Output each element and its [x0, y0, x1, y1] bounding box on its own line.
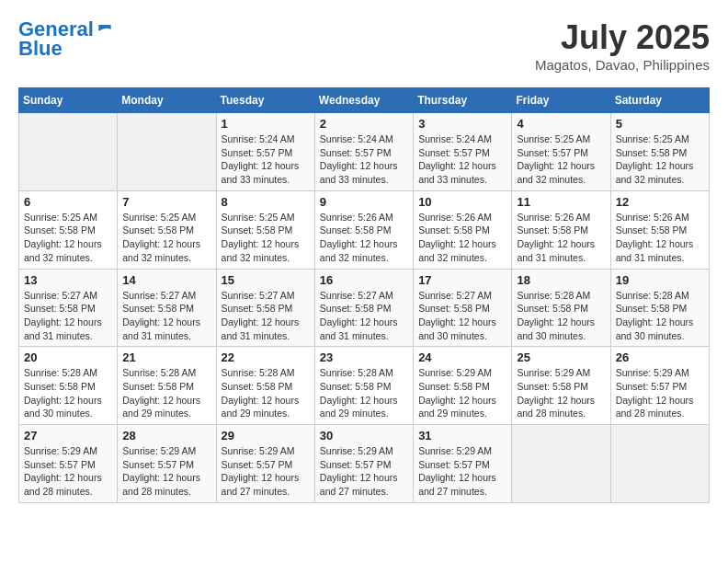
day-info: Sunrise: 5:28 AMSunset: 5:58 PMDaylight:… — [24, 366, 112, 420]
calendar-week-row: 27Sunrise: 5:29 AMSunset: 5:57 PMDayligh… — [19, 425, 710, 503]
day-info: Sunrise: 5:28 AMSunset: 5:58 PMDaylight:… — [616, 289, 704, 343]
day-number: 25 — [517, 350, 605, 364]
calendar-cell: 18Sunrise: 5:28 AMSunset: 5:58 PMDayligh… — [512, 269, 610, 347]
calendar-cell: 4Sunrise: 5:25 AMSunset: 5:57 PMDaylight… — [512, 113, 610, 191]
day-number: 17 — [418, 273, 506, 287]
calendar-cell: 24Sunrise: 5:29 AMSunset: 5:58 PMDayligh… — [414, 347, 512, 425]
calendar-week-row: 1Sunrise: 5:24 AMSunset: 5:57 PMDaylight… — [19, 113, 710, 191]
day-info: Sunrise: 5:29 AMSunset: 5:57 PMDaylight:… — [24, 444, 112, 499]
weekday-header: Friday — [512, 88, 610, 113]
calendar-cell: 9Sunrise: 5:26 AMSunset: 5:58 PMDaylight… — [314, 190, 413, 269]
day-info: Sunrise: 5:29 AMSunset: 5:57 PMDaylight:… — [122, 444, 210, 499]
day-info: Sunrise: 5:24 AMSunset: 5:57 PMDaylight:… — [418, 132, 506, 187]
calendar-cell — [610, 425, 709, 503]
calendar-cell: 8Sunrise: 5:25 AMSunset: 5:58 PMDaylight… — [216, 190, 314, 269]
logo: General Blue — [18, 18, 114, 61]
day-number: 6 — [24, 195, 112, 209]
day-info: Sunrise: 5:29 AMSunset: 5:57 PMDaylight:… — [418, 444, 506, 499]
day-info: Sunrise: 5:29 AMSunset: 5:57 PMDaylight:… — [320, 444, 408, 499]
day-info: Sunrise: 5:25 AMSunset: 5:58 PMDaylight:… — [616, 132, 704, 187]
day-info: Sunrise: 5:25 AMSunset: 5:58 PMDaylight:… — [122, 211, 210, 265]
day-number: 10 — [418, 195, 506, 209]
day-number: 19 — [616, 273, 704, 287]
calendar-cell: 14Sunrise: 5:27 AMSunset: 5:58 PMDayligh… — [118, 269, 216, 347]
title-block: July 2025 Magatos, Davao, Philippines — [535, 18, 710, 73]
day-number: 30 — [320, 429, 408, 442]
calendar-header-row: SundayMondayTuesdayWednesdayThursdayFrid… — [19, 88, 710, 113]
day-number: 2 — [320, 117, 408, 131]
calendar-cell: 16Sunrise: 5:27 AMSunset: 5:58 PMDayligh… — [314, 269, 413, 347]
calendar-cell: 13Sunrise: 5:27 AMSunset: 5:58 PMDayligh… — [19, 269, 118, 347]
day-info: Sunrise: 5:26 AMSunset: 5:58 PMDaylight:… — [418, 211, 506, 265]
day-number: 18 — [517, 273, 605, 287]
calendar-cell: 2Sunrise: 5:24 AMSunset: 5:57 PMDaylight… — [314, 113, 413, 191]
calendar-cell: 21Sunrise: 5:28 AMSunset: 5:58 PMDayligh… — [118, 347, 216, 425]
calendar-week-row: 20Sunrise: 5:28 AMSunset: 5:58 PMDayligh… — [19, 347, 710, 425]
day-info: Sunrise: 5:25 AMSunset: 5:58 PMDaylight:… — [24, 211, 112, 265]
calendar-cell — [512, 425, 610, 503]
day-number: 14 — [122, 273, 210, 287]
day-info: Sunrise: 5:27 AMSunset: 5:58 PMDaylight:… — [418, 289, 506, 343]
weekday-header: Tuesday — [216, 88, 314, 113]
calendar-cell: 31Sunrise: 5:29 AMSunset: 5:57 PMDayligh… — [414, 425, 512, 503]
day-number: 7 — [122, 195, 210, 209]
day-info: Sunrise: 5:26 AMSunset: 5:58 PMDaylight:… — [616, 211, 704, 265]
day-number: 28 — [122, 429, 210, 442]
month-year-title: July 2025 — [535, 18, 710, 57]
day-info: Sunrise: 5:24 AMSunset: 5:57 PMDaylight:… — [222, 132, 310, 187]
day-number: 8 — [222, 195, 310, 209]
day-info: Sunrise: 5:29 AMSunset: 5:58 PMDaylight:… — [517, 366, 605, 420]
calendar-cell: 1Sunrise: 5:24 AMSunset: 5:57 PMDaylight… — [216, 113, 314, 191]
calendar-cell: 3Sunrise: 5:24 AMSunset: 5:57 PMDaylight… — [414, 113, 512, 191]
day-info: Sunrise: 5:26 AMSunset: 5:58 PMDaylight:… — [517, 211, 605, 265]
day-info: Sunrise: 5:25 AMSunset: 5:58 PMDaylight:… — [222, 211, 310, 265]
day-info: Sunrise: 5:29 AMSunset: 5:57 PMDaylight:… — [222, 444, 310, 499]
calendar-cell: 27Sunrise: 5:29 AMSunset: 5:57 PMDayligh… — [19, 425, 118, 503]
day-info: Sunrise: 5:29 AMSunset: 5:57 PMDaylight:… — [616, 366, 704, 420]
day-number: 29 — [222, 429, 310, 442]
calendar-week-row: 6Sunrise: 5:25 AMSunset: 5:58 PMDaylight… — [19, 190, 710, 269]
day-number: 9 — [320, 195, 408, 209]
day-number: 1 — [222, 117, 310, 131]
day-number: 11 — [517, 195, 605, 209]
calendar-cell: 23Sunrise: 5:28 AMSunset: 5:58 PMDayligh… — [314, 347, 413, 425]
day-number: 15 — [222, 273, 310, 287]
day-number: 12 — [616, 195, 704, 209]
page-header: General Blue July 2025 Magatos, Davao, P… — [18, 18, 710, 73]
day-number: 22 — [222, 350, 310, 364]
calendar-cell: 28Sunrise: 5:29 AMSunset: 5:57 PMDayligh… — [118, 425, 216, 503]
day-number: 27 — [24, 429, 112, 442]
weekday-header: Wednesday — [314, 88, 413, 113]
day-info: Sunrise: 5:27 AMSunset: 5:58 PMDaylight:… — [320, 289, 408, 343]
calendar-cell: 29Sunrise: 5:29 AMSunset: 5:57 PMDayligh… — [216, 425, 314, 503]
day-info: Sunrise: 5:24 AMSunset: 5:57 PMDaylight:… — [320, 132, 408, 187]
calendar-cell: 7Sunrise: 5:25 AMSunset: 5:58 PMDaylight… — [118, 190, 216, 269]
day-info: Sunrise: 5:29 AMSunset: 5:58 PMDaylight:… — [418, 366, 506, 420]
day-info: Sunrise: 5:28 AMSunset: 5:58 PMDaylight:… — [122, 366, 210, 420]
day-info: Sunrise: 5:26 AMSunset: 5:58 PMDaylight:… — [320, 211, 408, 265]
day-info: Sunrise: 5:28 AMSunset: 5:58 PMDaylight:… — [517, 289, 605, 343]
calendar-cell: 5Sunrise: 5:25 AMSunset: 5:58 PMDaylight… — [610, 113, 709, 191]
calendar-cell: 22Sunrise: 5:28 AMSunset: 5:58 PMDayligh… — [216, 347, 314, 425]
calendar-cell: 11Sunrise: 5:26 AMSunset: 5:58 PMDayligh… — [512, 190, 610, 269]
calendar-cell: 15Sunrise: 5:27 AMSunset: 5:58 PMDayligh… — [216, 269, 314, 347]
location-subtitle: Magatos, Davao, Philippines — [535, 57, 710, 73]
day-number: 4 — [517, 117, 605, 131]
day-number: 5 — [616, 117, 704, 131]
day-info: Sunrise: 5:25 AMSunset: 5:57 PMDaylight:… — [517, 132, 605, 187]
calendar-cell: 25Sunrise: 5:29 AMSunset: 5:58 PMDayligh… — [512, 347, 610, 425]
day-info: Sunrise: 5:27 AMSunset: 5:58 PMDaylight:… — [122, 289, 210, 343]
calendar-cell — [19, 113, 118, 191]
calendar-table: SundayMondayTuesdayWednesdayThursdayFrid… — [18, 87, 710, 503]
day-number: 3 — [418, 117, 506, 131]
weekday-header: Thursday — [414, 88, 512, 113]
day-info: Sunrise: 5:28 AMSunset: 5:58 PMDaylight:… — [222, 366, 310, 420]
day-number: 13 — [24, 273, 112, 287]
calendar-cell: 20Sunrise: 5:28 AMSunset: 5:58 PMDayligh… — [19, 347, 118, 425]
calendar-week-row: 13Sunrise: 5:27 AMSunset: 5:58 PMDayligh… — [19, 269, 710, 347]
day-number: 16 — [320, 273, 408, 287]
calendar-cell: 10Sunrise: 5:26 AMSunset: 5:58 PMDayligh… — [414, 190, 512, 269]
calendar-cell: 26Sunrise: 5:29 AMSunset: 5:57 PMDayligh… — [610, 347, 709, 425]
day-number: 24 — [418, 350, 506, 364]
calendar-cell: 19Sunrise: 5:28 AMSunset: 5:58 PMDayligh… — [610, 269, 709, 347]
